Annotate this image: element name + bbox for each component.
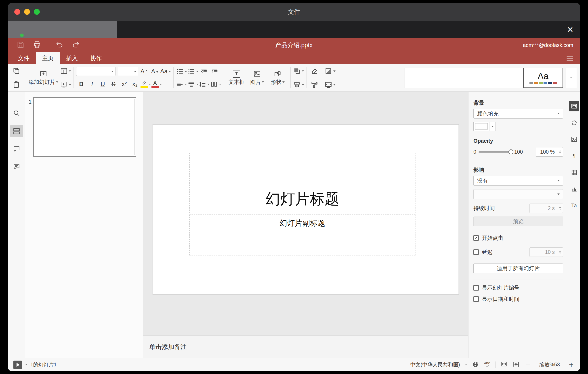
tab-file[interactable]: 文件: [12, 52, 36, 64]
preview-button[interactable]: 预览: [473, 217, 563, 226]
subtitle-placeholder[interactable]: 幻灯片副标题: [189, 215, 416, 255]
set-language-icon[interactable]: [472, 361, 479, 369]
increase-font-icon[interactable]: A: [139, 66, 149, 77]
line-spacing-icon[interactable]: [199, 78, 210, 90]
theme-option[interactable]: [405, 68, 444, 88]
horizontal-align-icon[interactable]: [176, 78, 187, 90]
vertical-align-icon[interactable]: [188, 78, 198, 90]
decrease-indent-icon[interactable]: [199, 66, 209, 77]
text-box-button[interactable]: T 文本框: [226, 65, 247, 90]
status-bar: 1的幻灯片1 中文(中华人民共和国) ABC −: [8, 358, 580, 371]
paste-icon[interactable]: [11, 79, 21, 90]
slide-size-icon[interactable]: [325, 79, 336, 90]
add-slide-label: 添加幻灯片: [28, 78, 55, 86]
table-settings-icon[interactable]: [569, 167, 579, 178]
font-name-value: [76, 71, 109, 72]
fit-slide-icon[interactable]: [500, 361, 508, 369]
theme-gallery-expand-icon[interactable]: [565, 68, 577, 88]
opacity-min: 0: [473, 149, 476, 155]
image-settings-icon[interactable]: [569, 134, 579, 144]
font-color-icon[interactable]: A: [151, 78, 162, 90]
fit-width-icon[interactable]: [513, 361, 520, 369]
superscript-icon[interactable]: x²: [119, 78, 129, 90]
insert-image-button[interactable]: 图片: [247, 65, 267, 90]
chart-settings-icon[interactable]: [569, 184, 579, 194]
italic-icon[interactable]: I: [87, 78, 97, 90]
tab-insert[interactable]: 插入: [60, 52, 84, 64]
change-layout-icon[interactable]: [60, 65, 71, 77]
strikethrough-icon[interactable]: S: [108, 78, 119, 90]
insert-shape-button[interactable]: 形状: [267, 65, 288, 90]
effect-type-select[interactable]: [473, 189, 563, 199]
zoom-in-icon[interactable]: +: [568, 361, 575, 369]
copy-style-icon[interactable]: [309, 79, 319, 90]
opacity-slider[interactable]: [479, 152, 512, 153]
print-icon[interactable]: [33, 41, 41, 50]
show-slide-number-checkbox[interactable]: [473, 285, 479, 291]
slide-thumbnail[interactable]: [33, 97, 136, 157]
font-name-select[interactable]: [76, 67, 116, 76]
close-icon[interactable]: ×: [567, 24, 573, 35]
clear-style-icon[interactable]: [309, 65, 319, 77]
notes-area[interactable]: 单击添加备注: [143, 336, 468, 358]
textart-settings-icon[interactable]: Ta: [569, 200, 579, 211]
divider: [306, 67, 307, 88]
bold-icon[interactable]: B: [76, 78, 86, 90]
start-on-click-checkbox[interactable]: ✓: [473, 235, 479, 241]
menu-icon[interactable]: [567, 56, 573, 61]
delay-input[interactable]: 10 s: [529, 247, 563, 257]
opacity-input[interactable]: 100 %: [536, 147, 563, 157]
tab-home[interactable]: 主页: [36, 52, 60, 64]
zoom-out-icon[interactable]: −: [525, 361, 531, 369]
underline-icon[interactable]: U: [98, 78, 108, 90]
slide[interactable]: 幻灯片标题 幻灯片副标题: [153, 124, 459, 295]
copy-icon[interactable]: [11, 65, 21, 77]
language-caret-icon[interactable]: [465, 364, 467, 366]
start-slideshow-icon[interactable]: [60, 79, 71, 90]
theme-option[interactable]: [444, 68, 484, 88]
duration-input[interactable]: 2 s: [529, 204, 563, 213]
subscript-icon[interactable]: x₂: [130, 78, 140, 90]
font-size-select[interactable]: [118, 67, 138, 76]
language-selector[interactable]: 中文(中华人民共和国): [410, 361, 460, 368]
start-slideshow-status-icon[interactable]: [13, 361, 22, 369]
increase-indent-icon[interactable]: [210, 66, 220, 77]
show-date-time-checkbox[interactable]: [473, 296, 479, 302]
theme-option-selected[interactable]: Aa: [523, 68, 563, 88]
apply-to-all-button[interactable]: 适用于所有幻灯片: [473, 264, 563, 273]
undo-icon[interactable]: [55, 41, 63, 50]
effect-select[interactable]: 没有: [473, 176, 563, 186]
slideshow-options-caret-icon[interactable]: [25, 364, 27, 366]
shape-settings-icon[interactable]: [569, 118, 579, 128]
tab-collaboration[interactable]: 协作: [84, 52, 108, 64]
align-shapes-icon[interactable]: [293, 79, 304, 90]
spellcheck-icon[interactable]: ABC: [484, 362, 490, 368]
clipboard-group: [10, 65, 22, 90]
change-case-icon[interactable]: Aa: [160, 66, 171, 77]
redo-icon[interactable]: [72, 41, 80, 50]
text-box-label: 文本框: [229, 78, 245, 86]
save-icon[interactable]: [17, 41, 25, 50]
highlight-color-icon[interactable]: [140, 78, 151, 90]
opacity-slider-knob[interactable]: [508, 149, 513, 154]
add-slide-button[interactable]: 添加幻灯片: [27, 65, 60, 90]
numbered-list-icon[interactable]: [188, 66, 198, 77]
title-placeholder[interactable]: 幻灯片标题: [189, 153, 416, 213]
slide-settings-icon[interactable]: [569, 101, 579, 111]
chat-icon[interactable]: [8, 158, 25, 176]
search-icon[interactable]: [8, 104, 25, 122]
paragraph-settings-icon[interactable]: ¶: [569, 151, 579, 161]
arrange-shapes-icon[interactable]: [293, 65, 304, 77]
theme-option[interactable]: [484, 68, 524, 88]
bullet-list-icon[interactable]: [176, 66, 187, 77]
columns-icon[interactable]: [210, 78, 221, 90]
insert-group: T 文本框 图片 形状: [225, 65, 289, 90]
delay-checkbox[interactable]: [473, 249, 479, 255]
insert-image-label: 图片: [250, 78, 261, 86]
slides-panel-icon[interactable]: [8, 122, 25, 140]
color-scheme-icon[interactable]: [325, 65, 336, 77]
background-fill-select[interactable]: 颜色填充: [473, 109, 563, 119]
decrease-font-icon[interactable]: A: [149, 66, 160, 77]
comments-icon[interactable]: [8, 140, 25, 158]
background-color-picker[interactable]: [473, 122, 496, 131]
